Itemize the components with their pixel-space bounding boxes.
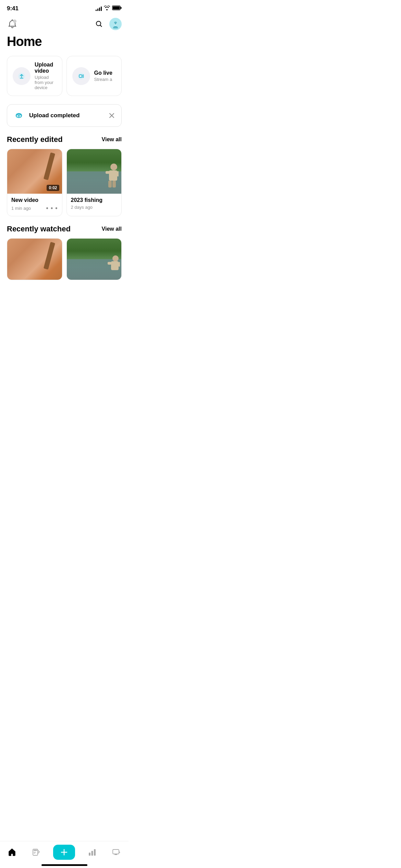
status-icons — [96, 5, 122, 12]
action-cards-row: Upload video Upload from your device Go … — [0, 56, 129, 103]
upload-close-button[interactable] — [108, 111, 116, 120]
svg-rect-16 — [117, 171, 119, 177]
video-thumbnail-fishing — [67, 149, 122, 194]
svg-point-3 — [13, 20, 16, 23]
upload-banner-text: Upload completed — [29, 112, 80, 119]
svg-point-13 — [110, 164, 117, 170]
svg-point-8 — [114, 23, 115, 24]
battery-icon — [112, 5, 122, 12]
svg-point-11 — [78, 73, 85, 80]
video-card-fishing[interactable]: 2023 fishing 2 days ago — [66, 149, 122, 216]
signal-icon — [96, 6, 102, 11]
watched-thumb-1 — [7, 239, 62, 280]
svg-rect-20 — [111, 261, 119, 270]
recently-edited-cards: 0:02 New video 1 min ago • • • — [0, 149, 129, 225]
upload-video-text: Upload video Upload from your device — [35, 62, 57, 90]
header-left — [7, 19, 18, 29]
video-card-info-new-video: New video 1 min ago • • • — [7, 194, 62, 216]
header-right — [94, 18, 122, 30]
recently-edited-view-all[interactable]: View all — [102, 136, 122, 143]
svg-rect-21 — [108, 262, 111, 265]
video-title-fishing: 2023 fishing — [71, 197, 118, 203]
svg-rect-22 — [119, 262, 120, 267]
page-title: Home — [0, 32, 129, 56]
recently-edited-header: Recently edited View all — [0, 135, 129, 149]
video-card-new-video[interactable]: 0:02 New video 1 min ago • • • — [7, 149, 62, 216]
svg-rect-14 — [109, 170, 117, 181]
video-meta-fishing: 2 days ago — [71, 205, 118, 210]
video-meta-new-video: 1 min ago • • • — [11, 205, 58, 212]
video-title-new-video: New video — [11, 197, 58, 203]
recently-watched-view-all[interactable]: View all — [102, 226, 122, 232]
video-time-new-video: 1 min ago — [11, 206, 31, 211]
svg-point-19 — [112, 255, 119, 262]
video-duration-new-video: 0:02 — [47, 185, 59, 191]
video-more-button-new-video[interactable]: • • • — [46, 205, 58, 212]
upload-video-icon-bg — [13, 67, 31, 85]
status-bar: 9:41 — [0, 0, 129, 15]
upload-video-title: Upload video — [35, 62, 57, 74]
video-card-info-fishing: 2023 fishing 2 days ago — [67, 194, 122, 214]
recently-watched-header: Recently watched View all — [0, 225, 129, 238]
upload-complete-icon — [13, 109, 25, 122]
svg-rect-2 — [113, 7, 120, 10]
svg-rect-15 — [106, 171, 110, 174]
svg-rect-18 — [112, 181, 116, 188]
go-live-subtitle: Stream a — [94, 77, 112, 82]
recently-watched-title: Recently watched — [7, 225, 71, 233]
go-live-title: Go live — [94, 70, 112, 76]
video-thumbnail-new-video: 0:02 — [7, 149, 62, 194]
notification-bell-icon[interactable] — [7, 19, 18, 29]
avatar[interactable] — [109, 18, 122, 30]
search-icon[interactable] — [94, 19, 104, 29]
upload-video-card[interactable]: Upload video Upload from your device — [7, 56, 62, 96]
watched-card-1[interactable] — [7, 238, 62, 280]
watched-thumb-2 — [67, 239, 122, 280]
status-time: 9:41 — [7, 5, 19, 12]
svg-rect-1 — [121, 7, 122, 9]
upload-completed-banner: Upload completed — [7, 104, 122, 127]
video-time-fishing: 2 days ago — [71, 205, 93, 210]
recently-watched-cards — [0, 238, 129, 280]
svg-rect-17 — [108, 181, 112, 188]
upload-banner-left: Upload completed — [13, 109, 80, 122]
recently-edited-title: Recently edited — [7, 135, 63, 144]
svg-point-9 — [116, 23, 117, 24]
wifi-icon — [104, 5, 110, 12]
header — [0, 15, 129, 32]
upload-video-subtitle: Upload from your device — [35, 75, 57, 90]
go-live-text: Go live Stream a — [94, 70, 112, 82]
watched-card-2[interactable] — [66, 238, 122, 280]
go-live-card[interactable]: Go live Stream a — [66, 56, 122, 96]
go-live-icon-bg — [72, 67, 90, 85]
